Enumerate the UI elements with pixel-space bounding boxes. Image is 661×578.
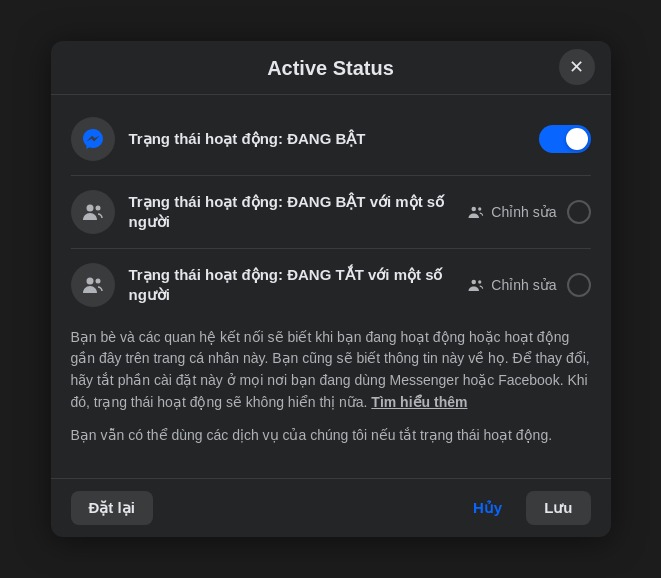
close-icon: ✕	[569, 56, 584, 78]
edit-some-off[interactable]: Chỉnh sửa	[467, 276, 556, 294]
learn-more-link[interactable]: Tìm hiểu thêm	[371, 394, 467, 410]
option-some-off-right: Chỉnh sửa	[467, 273, 590, 297]
info-paragraph-2: Bạn vẫn có thể dùng các dịch vụ của chún…	[71, 425, 591, 446]
svg-point-7	[478, 280, 481, 283]
svg-point-1	[95, 205, 100, 210]
svg-point-3	[478, 207, 481, 210]
svg-point-2	[472, 206, 477, 211]
reset-button[interactable]: Đặt lại	[71, 491, 153, 525]
option-all-on-label: Trạng thái hoạt động: ĐANG BẬT	[129, 129, 525, 149]
dialog-header: Active Status ✕	[51, 41, 611, 95]
radio-some-on[interactable]	[567, 200, 591, 224]
close-button[interactable]: ✕	[559, 49, 595, 85]
group-edit-icon-1	[467, 203, 485, 221]
messenger-icon	[71, 117, 115, 161]
svg-point-0	[86, 204, 93, 211]
option-some-on-right: Chỉnh sửa	[467, 200, 590, 224]
group-avatar-svg-2	[81, 273, 105, 297]
svg-point-6	[472, 279, 477, 284]
avatar-icon-some-off	[71, 263, 115, 307]
info-text-content: Bạn bè và các quan hệ kết nối sẽ biết kh…	[71, 329, 590, 410]
radio-some-off[interactable]	[567, 273, 591, 297]
edit-some-on[interactable]: Chỉnh sửa	[467, 203, 556, 221]
avatar-icon-some-on	[71, 190, 115, 234]
option-some-on-label: Trạng thái hoạt động: ĐANG BẬT với một s…	[129, 192, 454, 231]
save-button[interactable]: Lưu	[526, 491, 590, 525]
option-some-off-label: Trạng thái hoạt động: ĐANG TẮT với một s…	[129, 265, 454, 304]
option-all-on-right	[539, 125, 591, 153]
option-row-all-on: Trạng thái hoạt động: ĐANG BẬT	[71, 107, 591, 171]
option-row-some-off: Trạng thái hoạt động: ĐANG TẮT với một s…	[71, 253, 591, 317]
group-edit-icon-2	[467, 276, 485, 294]
dialog-body: Trạng thái hoạt động: ĐANG BẬT Trạng thá…	[51, 95, 611, 479]
svg-point-5	[95, 278, 100, 283]
cancel-button[interactable]: Hủy	[461, 491, 514, 525]
info-paragraph-1: Bạn bè và các quan hệ kết nối sẽ biết kh…	[71, 327, 591, 414]
active-status-toggle[interactable]	[539, 125, 591, 153]
edit-some-on-label: Chỉnh sửa	[491, 204, 556, 220]
toggle-thumb	[566, 128, 588, 150]
option-row-some-on: Trạng thái hoạt động: ĐANG BẬT với một s…	[71, 180, 591, 244]
divider-2	[71, 248, 591, 249]
dialog-footer: Đặt lại Hủy Lưu	[51, 478, 611, 537]
active-status-dialog: Active Status ✕ Trạng thái hoạt động: ĐA…	[51, 41, 611, 538]
dialog-title: Active Status	[267, 57, 394, 80]
edit-some-off-label: Chỉnh sửa	[491, 277, 556, 293]
group-avatar-svg-1	[81, 200, 105, 224]
divider-1	[71, 175, 591, 176]
svg-point-4	[86, 277, 93, 284]
footer-right-buttons: Hủy Lưu	[461, 491, 591, 525]
messenger-svg	[81, 127, 105, 151]
